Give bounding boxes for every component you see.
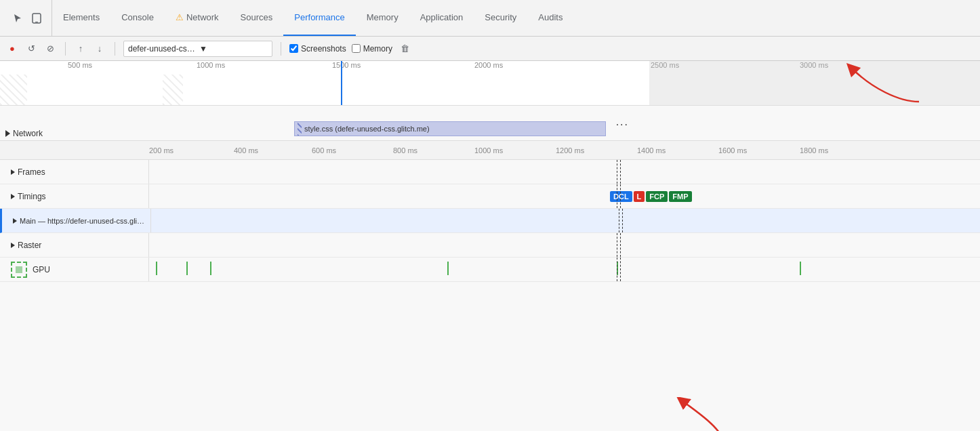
tab-application-label: Application [420, 12, 464, 22]
dashed-line-gpu-1 [617, 258, 617, 281]
tab-sources-label: Sources [241, 12, 273, 22]
svg-rect-0 [33, 14, 41, 23]
detail-time-600: 600 ms [312, 146, 336, 155]
tab-network[interactable]: ⚠ Network [165, 0, 230, 36]
tab-performance[interactable]: Performance [283, 0, 355, 36]
gpu-tick-6 [800, 262, 801, 275]
track-frames: Frames [0, 160, 980, 184]
detail-time-400: 400 ms [234, 146, 258, 155]
track-gpu-label[interactable]: GPU [0, 258, 149, 281]
timings-label-text: Timings [18, 192, 46, 201]
main-collapse-icon [13, 218, 17, 224]
screenshots-checkbox[interactable] [289, 44, 298, 53]
track-gpu: GPU [0, 258, 980, 282]
overview-time-1500: 1500 ms [332, 61, 361, 69]
mobile-icon[interactable] [30, 12, 43, 25]
gpu-content [149, 258, 980, 281]
memory-checkbox-label[interactable]: Memory [352, 44, 392, 54]
gpu-tick-3 [210, 262, 211, 275]
url-value: defer-unused-css.glitch.... [128, 44, 197, 54]
cursor-icon[interactable] [11, 12, 24, 25]
badge-fcp: FCP [646, 191, 668, 202]
gpu-tick-4 [447, 262, 449, 275]
raster-label-text: Raster [18, 241, 41, 250]
dashed-line-raster-1 [617, 233, 617, 257]
record-button[interactable]: ● [5, 42, 19, 56]
raster-content [149, 233, 980, 257]
detail-time-800: 800 ms [393, 146, 417, 155]
trash-button[interactable]: 🗑 [398, 42, 411, 56]
badge-dcl: DCL [610, 191, 632, 202]
tab-bar: Elements Console ⚠ Network Sources Perfo… [0, 0, 980, 37]
url-dropdown[interactable]: defer-unused-css.glitch.... ▼ [123, 41, 272, 57]
track-raster: Raster [0, 233, 980, 258]
overview-network-section: Network style.css (defer-unused-css.glit… [0, 105, 980, 140]
track-timings-label[interactable]: Timings [0, 184, 149, 208]
tab-network-label: Network [186, 12, 219, 22]
timings-badges: DCL L FCP FMP [610, 191, 692, 202]
cancel-button[interactable]: ⊘ [43, 42, 57, 56]
dashed-line-raster-2 [620, 233, 621, 257]
tab-audits-label: Audits [538, 12, 563, 22]
overview-time-500: 500 ms [68, 61, 92, 69]
memory-label: Memory [363, 44, 392, 54]
tab-audits[interactable]: Audits [527, 0, 573, 36]
css-resource-label: style.css (defer-unused-css.glitch.me) [304, 125, 430, 133]
tab-elements[interactable]: Elements [52, 0, 110, 36]
tab-memory[interactable]: Memory [356, 0, 409, 36]
dashed-line-frames-1 [617, 160, 617, 184]
three-dots: ··· [616, 119, 629, 131]
tab-memory-label: Memory [367, 12, 399, 22]
raster-collapse-icon [11, 243, 15, 248]
dashed-line-frames-2 [620, 160, 621, 184]
memory-checkbox[interactable] [352, 44, 361, 53]
toolbar-separator-1 [65, 42, 66, 56]
toolbar: ● ↺ ⊘ ↑ ↓ defer-unused-css.glitch.... ▼ … [0, 37, 980, 61]
devtools-icons [3, 0, 52, 36]
gpu-tick-2 [186, 262, 188, 275]
detail-time-1200: 1200 ms [556, 146, 584, 155]
timings-content: DCL L FCP FMP [149, 184, 980, 208]
tab-console[interactable]: Console [110, 0, 165, 36]
main-content: 500 ms 1000 ms 1500 ms 2000 ms 2500 ms 3… [0, 61, 980, 431]
dashed-line-main-1 [619, 209, 619, 232]
tab-console-label: Console [121, 12, 154, 22]
download-button[interactable]: ↓ [93, 42, 106, 56]
upload-button[interactable]: ↑ [74, 42, 87, 56]
detail-time-1600: 1600 ms [718, 146, 747, 155]
detail-time-200: 200 ms [149, 146, 173, 155]
track-main-label[interactable]: Main — https://defer-unused-css.glitch.m… [2, 209, 151, 232]
detail-panel: 200 ms 400 ms 600 ms 800 ms 1000 ms 1200… [0, 141, 980, 431]
toolbar-separator-3 [281, 42, 281, 56]
frames-collapse-icon [11, 169, 15, 175]
frames-label-text: Frames [18, 167, 45, 177]
tab-security[interactable]: Security [474, 0, 527, 36]
detail-time-1000: 1000 ms [474, 146, 503, 155]
reload-button[interactable]: ↺ [24, 42, 38, 56]
network-section-label[interactable]: Network [5, 127, 43, 140]
overview-panel: 500 ms 1000 ms 1500 ms 2000 ms 2500 ms 3… [0, 61, 980, 141]
svg-rect-2 [16, 266, 22, 273]
frames-content [149, 160, 980, 184]
dropdown-arrow-icon: ▼ [199, 44, 268, 54]
detail-time-1800: 1800 ms [800, 146, 828, 155]
gpu-dashed-box [11, 262, 27, 278]
tab-sources[interactable]: Sources [230, 0, 284, 36]
timings-collapse-icon [11, 194, 15, 199]
css-resource-bar[interactable]: style.css (defer-unused-css.glitch.me) [294, 121, 606, 136]
tracks-container: Frames Timings DCL L FC [0, 160, 980, 431]
track-raster-label[interactable]: Raster [0, 233, 149, 257]
track-main: Main — https://defer-unused-css.glitch.m… [0, 209, 980, 233]
tab-application[interactable]: Application [409, 0, 474, 36]
svg-rect-1 [35, 22, 38, 22]
main-content [151, 209, 980, 232]
dashed-line-timings-1 [617, 184, 617, 208]
dashed-line-main-2 [622, 209, 623, 232]
css-bar-stripe [298, 122, 302, 136]
detail-time-1400: 1400 ms [637, 146, 666, 155]
screenshots-checkbox-label[interactable]: Screenshots [289, 44, 346, 54]
track-frames-label[interactable]: Frames [0, 160, 149, 184]
overview-time-1000: 1000 ms [197, 61, 225, 69]
dashed-line-gpu-2 [620, 258, 621, 281]
main-label-text: Main — https://defer-unused-css.glitch.m… [20, 217, 145, 225]
